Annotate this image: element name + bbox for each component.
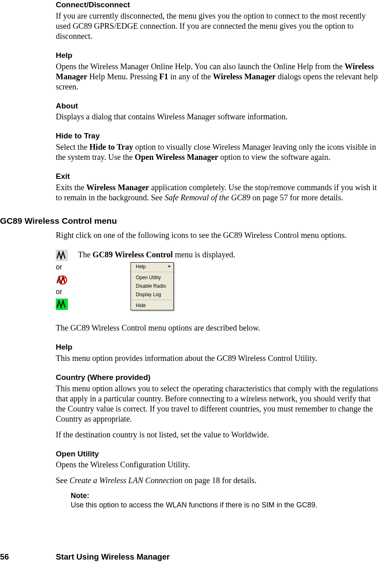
- or-text-1: or: [56, 263, 76, 272]
- note-body: Use this option to access the WLAN funct…: [71, 501, 380, 510]
- para-country-1: This menu option allows you to select th…: [56, 384, 380, 424]
- tray-signal-grey-icon: [56, 250, 68, 261]
- para-hide-to-tray: Select the Hide to Tray option to visual…: [56, 142, 380, 162]
- ctx-separator-2: [132, 300, 173, 301]
- section-gc89-wireless-control-menu: GC89 Wireless Control menu: [0, 216, 392, 226]
- ctx-disable-radio[interactable]: Disable Radio: [131, 282, 173, 291]
- tray-signal-green-icon: [56, 299, 68, 310]
- heading-country: Country (Where provided): [56, 373, 380, 382]
- heading-help-2: Help: [56, 342, 380, 352]
- para-connect-disconnect: If you are currently disconnected, the m…: [56, 11, 380, 41]
- heading-connect-disconnect: Connect/Disconnect: [56, 0, 380, 10]
- or-text-2: or: [56, 287, 76, 297]
- para-exit: Exits the Wireless Manager application c…: [56, 182, 380, 203]
- heading-open-utility: Open Utility: [56, 449, 380, 459]
- heading-exit: Exit: [56, 172, 380, 181]
- context-menu: Help Open Utility Disable Radio Display …: [131, 262, 174, 310]
- page-number: 56: [0, 552, 56, 562]
- tray-disabled-icon: [56, 274, 68, 286]
- para-options-described: The GC89 Wireless Control menu options a…: [56, 323, 380, 333]
- para-open-utility-1: Opens the Wireless Configuration Utility…: [56, 460, 380, 470]
- para-country-2: If the destination country is not listed…: [56, 430, 380, 440]
- heading-hide-to-tray: Hide to Tray: [56, 131, 380, 141]
- ctx-hide[interactable]: Hide: [131, 301, 173, 310]
- ctx-help[interactable]: Help: [131, 263, 173, 271]
- heading-help-1: Help: [56, 51, 380, 60]
- heading-about: About: [56, 101, 380, 111]
- para-help-1: Opens the Wireless Manager Online Help. …: [56, 62, 380, 92]
- para-rightclick-intro: Right click on one of the following icon…: [56, 230, 380, 240]
- para-about: Displays a dialog that contains Wireless…: [56, 112, 380, 122]
- ctx-separator-1: [132, 272, 173, 273]
- menu-displayed-text: The GC89 Wireless Control menu is displa…: [78, 250, 235, 259]
- chapter-title: Start Using Wireless Manager: [56, 552, 170, 561]
- note-label: Note:: [71, 491, 380, 501]
- ctx-open-utility[interactable]: Open Utility: [131, 274, 173, 282]
- para-open-utility-2: See Create a Wireless LAN Connection on …: [56, 475, 380, 486]
- para-help-2: This menu option provides information ab…: [56, 353, 380, 363]
- ctx-display-log[interactable]: Display Log: [131, 291, 173, 299]
